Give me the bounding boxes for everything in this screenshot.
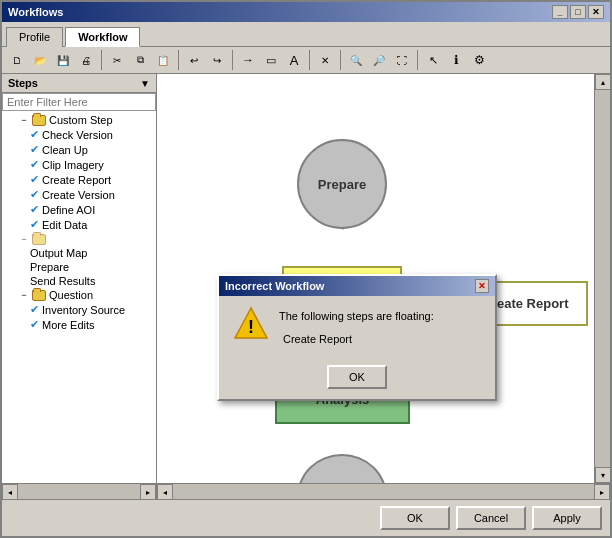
- item-label: Edit Data: [42, 219, 87, 231]
- left-scroll-track[interactable]: [18, 484, 140, 499]
- toolbar-btn-undo[interactable]: ↩: [183, 49, 205, 71]
- dialog-ok-button[interactable]: OK: [327, 365, 387, 389]
- tab-profile[interactable]: Profile: [6, 27, 63, 47]
- incorrect-workflow-dialog: Incorrect Workflow ✕ !: [217, 274, 497, 401]
- check-icon: ✔: [30, 188, 39, 201]
- toolbar-btn-info[interactable]: ℹ: [445, 49, 467, 71]
- toolbar-sep-1: [101, 50, 102, 70]
- right-vscroll: ▴ ▾: [594, 74, 610, 483]
- apply-button[interactable]: Apply: [532, 506, 602, 530]
- toolbar-btn-zoom-out[interactable]: 🔎: [368, 49, 390, 71]
- left-scroll-left[interactable]: ◂: [2, 484, 18, 499]
- item-label: Send Results: [30, 275, 95, 287]
- tree-item-define-aoi[interactable]: ✔ Define AOI: [2, 202, 156, 217]
- toolbar: 🗋 📂 💾 🖨 ✂ ⧉ 📋 ↩ ↪ → ▭ A ✕ 🔍 🔎 ⛶ ↖ ℹ ⚙: [2, 46, 610, 74]
- tree-item-send-results[interactable]: Send Results: [2, 274, 156, 288]
- item-label: Inventory Source: [42, 304, 125, 316]
- filter-input[interactable]: [2, 93, 156, 111]
- right-hscroll: ◂ ▸: [157, 483, 610, 499]
- item-label: Create Version: [42, 189, 115, 201]
- toolbar-btn-redo[interactable]: ↪: [206, 49, 228, 71]
- toolbar-btn-cut[interactable]: ✂: [106, 49, 128, 71]
- right-scroll-down[interactable]: ▾: [595, 467, 610, 483]
- workflow-canvas-area[interactable]: Prepare Load Data Perform Analysis Outpu…: [157, 74, 594, 483]
- tree-item-check-version[interactable]: ✔ Check Version: [2, 127, 156, 142]
- title-bar: Workflows _ □ ✕: [2, 2, 610, 22]
- tree-item-edit-data[interactable]: ✔ Edit Data: [2, 217, 156, 232]
- tab-bar: Profile Workflow: [2, 22, 610, 46]
- tree-item-prepare[interactable]: Prepare: [2, 260, 156, 274]
- dialog-close-button[interactable]: ✕: [475, 279, 489, 293]
- toolbar-btn-paste[interactable]: 📋: [152, 49, 174, 71]
- dialog-message: The following steps are floating: Create…: [279, 308, 434, 347]
- tree-item-output-map[interactable]: Output Map: [2, 246, 156, 260]
- toolbar-btn-text[interactable]: A: [283, 49, 305, 71]
- check-icon: ✔: [30, 128, 39, 141]
- dialog-title-bar: Incorrect Workflow ✕: [219, 276, 495, 296]
- warning-icon: !: [235, 308, 267, 340]
- close-button[interactable]: ✕: [588, 5, 604, 19]
- node-output-map-label: Output Map: [321, 482, 364, 484]
- tree-area: − Custom Step ✔ Check Version ✔ Clean Up…: [2, 111, 156, 483]
- toolbar-btn-draw-rect[interactable]: ▭: [260, 49, 282, 71]
- expand-icon: −: [18, 114, 30, 126]
- node-prepare-label: Prepare: [318, 177, 366, 192]
- svg-text:!: !: [248, 317, 254, 337]
- node-prepare[interactable]: Prepare: [297, 139, 387, 229]
- dialog-title-text: Incorrect Workflow: [225, 280, 324, 292]
- main-window: Workflows _ □ ✕ Profile Workflow 🗋 📂 💾 🖨…: [0, 0, 612, 538]
- check-icon: ✔: [30, 158, 39, 171]
- minimize-button[interactable]: _: [552, 5, 568, 19]
- item-label: Prepare: [30, 261, 69, 273]
- folder-icon: [32, 115, 46, 126]
- dialog-message-line1: The following steps are floating:: [279, 308, 434, 325]
- node-output-map[interactable]: Output Map: [297, 454, 387, 483]
- toolbar-btn-delete[interactable]: ✕: [314, 49, 336, 71]
- toolbar-btn-select[interactable]: ↖: [422, 49, 444, 71]
- ok-button[interactable]: OK: [380, 506, 450, 530]
- check-icon: ✔: [30, 218, 39, 231]
- restore-button[interactable]: □: [570, 5, 586, 19]
- toolbar-btn-draw-arrow[interactable]: →: [237, 49, 259, 71]
- tree-group-custom-step[interactable]: − Custom Step: [2, 113, 156, 127]
- toolbar-sep-5: [340, 50, 341, 70]
- right-hscroll-left[interactable]: ◂: [157, 484, 173, 499]
- tree-item-inventory-source[interactable]: ✔ Inventory Source: [2, 302, 156, 317]
- toolbar-btn-save[interactable]: 💾: [52, 49, 74, 71]
- toolbar-btn-new[interactable]: 🗋: [6, 49, 28, 71]
- tree-item-more-edits[interactable]: ✔ More Edits: [2, 317, 156, 332]
- warning-triangle-svg: !: [233, 305, 269, 341]
- toolbar-btn-zoom-in[interactable]: 🔍: [345, 49, 367, 71]
- button-bar: OK Cancel Apply: [2, 499, 610, 536]
- right-hscroll-track[interactable]: [173, 484, 594, 499]
- toolbar-btn-print[interactable]: 🖨: [75, 49, 97, 71]
- toolbar-sep-3: [232, 50, 233, 70]
- dialog-body: ! The following steps are floating: Crea…: [219, 296, 495, 359]
- tree-group-question[interactable]: − Question: [2, 288, 156, 302]
- toolbar-btn-fit[interactable]: ⛶: [391, 49, 413, 71]
- tree-item-create-version[interactable]: ✔ Create Version: [2, 187, 156, 202]
- right-hscroll-right[interactable]: ▸: [594, 484, 610, 499]
- window-title: Workflows: [8, 6, 63, 18]
- tree-group-2[interactable]: −: [2, 232, 156, 246]
- left-scroll-right[interactable]: ▸: [140, 484, 156, 499]
- group-label: Question: [49, 289, 93, 301]
- toolbar-sep-4: [309, 50, 310, 70]
- tree-item-clean-up[interactable]: ✔ Clean Up: [2, 142, 156, 157]
- tree-item-create-report[interactable]: ✔ Create Report: [2, 172, 156, 187]
- toolbar-sep-2: [178, 50, 179, 70]
- check-icon: ✔: [30, 303, 39, 316]
- toolbar-btn-open[interactable]: 📂: [29, 49, 51, 71]
- toolbar-btn-copy[interactable]: ⧉: [129, 49, 151, 71]
- right-vscroll-track[interactable]: [595, 90, 610, 467]
- group-label: Custom Step: [49, 114, 113, 126]
- steps-label: Steps: [8, 77, 38, 89]
- right-scroll-up[interactable]: ▴: [595, 74, 610, 90]
- dialog-footer: OK: [219, 359, 495, 399]
- toolbar-btn-settings[interactable]: ⚙: [468, 49, 490, 71]
- tree-item-clip-imagery[interactable]: ✔ Clip Imagery: [2, 157, 156, 172]
- cancel-button[interactable]: Cancel: [456, 506, 526, 530]
- toolbar-sep-6: [417, 50, 418, 70]
- folder-icon: [32, 234, 46, 245]
- tab-workflow[interactable]: Workflow: [65, 27, 140, 47]
